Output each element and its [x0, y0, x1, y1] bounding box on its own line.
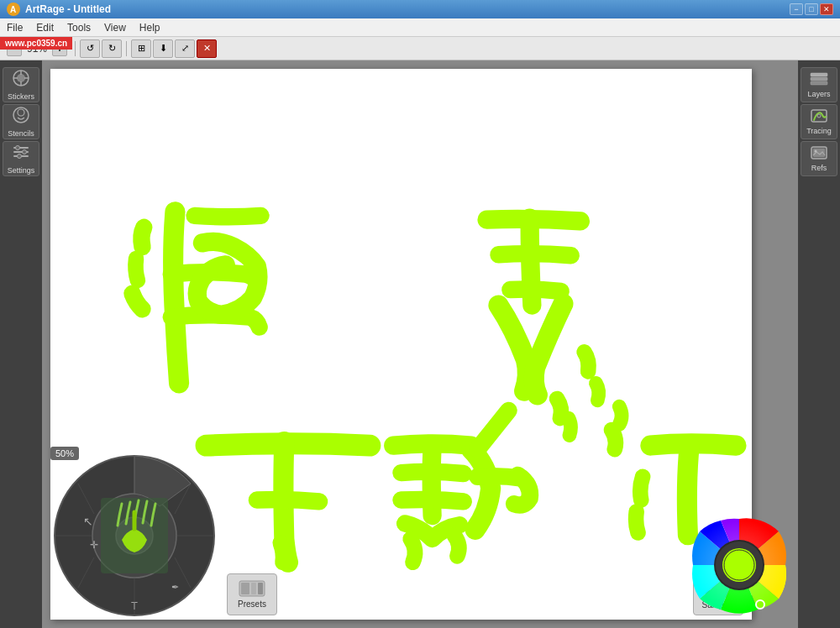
svg-text:✒: ✒: [171, 582, 179, 592]
window-title: ArtRage - Untitled: [25, 3, 111, 15]
menu-view[interactable]: View: [97, 20, 133, 35]
refs-icon: [810, 145, 828, 162]
tool-wheel[interactable]: ↖ ✛ T ✒: [50, 452, 218, 620]
svg-text:A: A: [10, 5, 16, 14]
menu-tools[interactable]: Tools: [60, 20, 97, 35]
svg-point-46: [724, 550, 754, 580]
menu-help[interactable]: Help: [133, 20, 167, 35]
svg-text:✛: ✛: [90, 539, 98, 551]
settings-icon: [12, 143, 30, 165]
title-bar: A ArtRage - Untitled − □ ✕: [0, 0, 840, 18]
stickers-icon: [12, 69, 30, 91]
zoom-indicator: 50%: [50, 447, 79, 460]
tracing-button[interactable]: Tracing: [801, 104, 837, 139]
stencils-icon: [12, 106, 30, 128]
undo-button[interactable]: ↺: [80, 39, 100, 58]
svg-rect-51: [811, 73, 827, 76]
tracing-icon: [810, 108, 828, 125]
close-button[interactable]: ✕: [820, 3, 833, 15]
svg-rect-50: [811, 77, 827, 81]
tracing-label: Tracing: [806, 127, 832, 135]
right-panel: Layers Tracing Refs: [798, 60, 840, 628]
grid-button[interactable]: ⊞: [131, 39, 151, 58]
watermark: www.pc0359.cn: [0, 37, 72, 50]
svg-point-13: [16, 146, 20, 150]
presets-label: Presets: [238, 599, 266, 609]
layers-icon: [810, 71, 828, 88]
layers-button[interactable]: Layers: [801, 67, 837, 102]
menu-edit[interactable]: Edit: [29, 20, 60, 35]
svg-rect-49: [811, 81, 827, 85]
canvas-wrapper[interactable]: ↖ ✛ T ✒ 50%: [42, 60, 798, 628]
svg-point-8: [13, 107, 29, 123]
export-button[interactable]: ⬇: [153, 39, 173, 58]
redo-button[interactable]: ↻: [102, 39, 122, 58]
toolbar: − 91% + ↺ ↻ ⊞ ⬇ ⤢ ✕: [0, 37, 840, 60]
stencils-button[interactable]: Stencils: [3, 104, 39, 139]
svg-point-9: [18, 109, 24, 116]
stickers-button[interactable]: Stickers: [3, 67, 39, 102]
left-panel: Stickers Stencils: [0, 60, 42, 628]
presets-button[interactable]: Presets: [227, 573, 277, 615]
stencils-label: Stencils: [8, 129, 34, 138]
title-bar-left: A ArtRage - Untitled: [7, 3, 111, 16]
fullscreen-button[interactable]: ⤢: [175, 39, 195, 58]
menu-file[interactable]: File: [0, 20, 29, 35]
svg-point-53: [817, 114, 821, 118]
app-icon: A: [7, 3, 20, 16]
svg-point-15: [18, 154, 22, 159]
svg-text:↖: ↖: [83, 515, 93, 528]
color-area[interactable]: Metallic 0%: [685, 510, 794, 620]
stickers-label: Stickers: [8, 92, 34, 101]
window-controls: − □ ✕: [790, 3, 833, 15]
svg-rect-35: [251, 583, 256, 594]
svg-point-3: [17, 74, 25, 82]
layers-label: Layers: [807, 90, 830, 98]
svg-point-14: [23, 150, 27, 154]
svg-rect-36: [258, 583, 263, 594]
main-area: Stickers Stencils: [0, 60, 840, 628]
close-canvas-button[interactable]: ✕: [197, 39, 217, 58]
svg-rect-34: [241, 583, 249, 594]
toolbar-separator: [75, 41, 76, 56]
maximize-button[interactable]: □: [805, 3, 818, 15]
settings-label: Settings: [8, 166, 35, 175]
svg-point-56: [815, 150, 817, 153]
minimize-button[interactable]: −: [790, 3, 803, 15]
settings-button[interactable]: Settings: [3, 141, 39, 176]
toolbar-separator-2: [126, 41, 127, 56]
menu-bar: File Edit Tools View Help: [0, 18, 840, 37]
refs-button[interactable]: Refs: [801, 141, 837, 176]
refs-label: Refs: [811, 164, 827, 172]
